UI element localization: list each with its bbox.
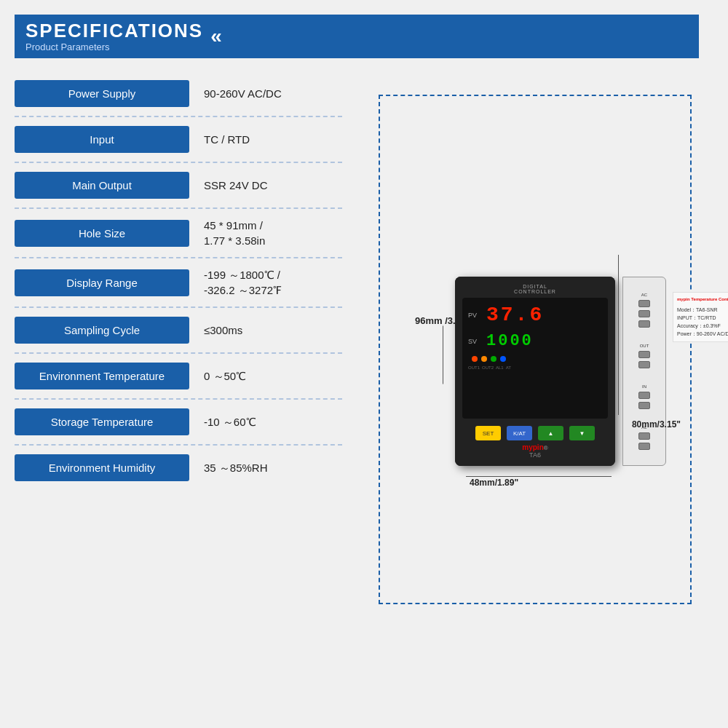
spec-label-7: Storage Temperature (15, 408, 189, 435)
terminal-6 (638, 392, 650, 399)
kat-button[interactable]: K/AT (507, 426, 532, 440)
sv-label: SV (468, 338, 483, 345)
indicator-out1 (472, 356, 478, 362)
header-bar: SPECIFICATIONS Product Parameters « (15, 15, 699, 58)
sv-row: SV 1000 (468, 332, 602, 350)
indicator-al1 (491, 356, 496, 362)
spec-value-2: SSR 24V DC (189, 178, 268, 193)
info-line-3: Power：90-260V AC/DC (677, 330, 728, 338)
pv-row: PV 37.6 (468, 304, 602, 326)
device-area: 96mm /3.78" AC (357, 80, 713, 604)
right-panel: AC OUT IN (622, 277, 666, 466)
terminal-group-1: AC (638, 293, 650, 328)
dim-width-label: 80mm/3.15" (632, 419, 681, 430)
spec-label-2: Main Output (15, 172, 189, 199)
terminal-9 (638, 443, 650, 450)
terminal-7 (638, 402, 650, 409)
pv-display: 37.6 (486, 304, 544, 326)
indicator-row (468, 356, 602, 362)
info-line-2: Accuracy：±0.3%F (677, 322, 728, 330)
spec-value-7: -10 ～60℃ (189, 414, 256, 430)
spec-label-8: Environment Humidity (15, 454, 189, 481)
device-container: 96mm /3.78" AC (379, 95, 692, 604)
spec-row-5: Sampling Cycle≤300ms (15, 317, 342, 354)
spec-label-3: Hole Size (15, 220, 189, 247)
spec-value-5: ≤300ms (189, 323, 242, 338)
dim-depth-label: 48mm/1.89" (470, 478, 518, 488)
terminal-4 (638, 351, 650, 358)
dim-depth-line (466, 476, 612, 477)
dim-height-line-vert (618, 255, 619, 415)
terminal-3 (638, 320, 650, 328)
main-content: Power Supply90-260V AC/DCInputTC / RTDMa… (15, 80, 713, 604)
spec-row-1: InputTC / RTD (15, 126, 342, 163)
device-header-text: DIGITAL CONTROLLER (462, 284, 608, 294)
terminal-group-2: OUT (638, 344, 650, 368)
spec-label-0: Power Supply (15, 80, 189, 107)
spec-value-6: 0 ～50℃ (189, 368, 246, 384)
spec-value-8: 35 ～85%RH (189, 460, 268, 475)
terminal-group-3: IN (638, 384, 650, 409)
spec-label-4: Display Range (15, 269, 189, 296)
spec-subtitle: Product Parameters (25, 41, 203, 52)
brand-mypin: mypin® (462, 443, 608, 451)
sv-display: 1000 (486, 332, 534, 350)
info-panel: mypin Temperature ControllerModel：TA6-SN… (673, 292, 728, 342)
spec-label-1: Input (15, 126, 189, 153)
spec-value-4: -199 ～1800℃ / -326.2 ～3272℉ (189, 267, 282, 298)
spec-row-0: Power Supply90-260V AC/DC (15, 80, 342, 117)
spec-label-6: Environment Temperature (15, 363, 189, 389)
device-wrapper: 96mm /3.78" AC (455, 233, 615, 466)
terminal-1 (638, 300, 650, 307)
spec-title: SPECIFICATIONS (25, 20, 203, 41)
info-line-0: Model：TA6-SNR (677, 306, 728, 314)
header-text-block: SPECIFICATIONS Product Parameters (25, 20, 203, 52)
spec-row-8: Environment Humidity35 ～85%RH (15, 454, 342, 490)
spec-label-5: Sampling Cycle (15, 317, 189, 344)
button-row: SET K/AT ▲ ▼ (462, 426, 608, 440)
terminal-8 (638, 432, 650, 440)
chevron-icon: « (210, 26, 222, 47)
pv-label: PV (468, 312, 483, 319)
model-ta6: TA6 (462, 451, 608, 459)
info-brand: mypin Temperature Controller (677, 296, 728, 304)
spec-value-3: 45 * 91mm / 1.77 * 3.58in (189, 218, 265, 248)
terminal-2 (638, 310, 650, 317)
info-line-1: INPUT：TC/RTD (677, 314, 728, 322)
page: SPECIFICATIONS Product Parameters « Powe… (0, 0, 728, 728)
spec-row-7: Storage Temperature-10 ～60℃ (15, 408, 342, 446)
spec-value-1: TC / RTD (189, 132, 250, 147)
spec-row-2: Main OutputSSR 24V DC (15, 172, 342, 209)
spec-value-0: 90-260V AC/DC (189, 86, 282, 101)
spec-row-3: Hole Size45 * 91mm / 1.77 * 3.58in (15, 218, 342, 258)
up-button[interactable]: ▲ (538, 426, 563, 440)
specs-table: Power Supply90-260V AC/DCInputTC / RTDMa… (15, 80, 342, 604)
spec-row-6: Environment Temperature0 ～50℃ (15, 363, 342, 400)
spec-row-4: Display Range-199 ～1800℃ / -326.2 ～3272℉ (15, 267, 342, 308)
display-area: PV 37.6 SV 1000 (462, 298, 608, 419)
down-button[interactable]: ▼ (569, 426, 595, 440)
indicator-out2 (481, 356, 487, 362)
indicator-at (500, 356, 506, 362)
device-body: AC OUT IN (455, 277, 615, 466)
device-top-panel: DIGITAL CONTROLLER PV 37.6 SV 1000 (455, 277, 615, 466)
terminal-5 (638, 361, 650, 368)
set-button[interactable]: SET (475, 426, 501, 440)
